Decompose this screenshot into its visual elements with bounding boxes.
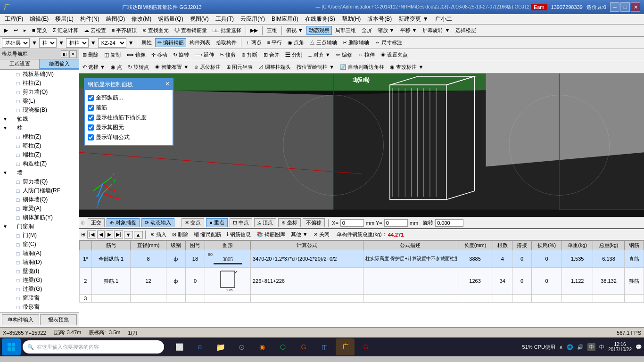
coord-coords-btn[interactable]: ⊕ 坐标 (278, 218, 301, 227)
coord-y-input[interactable] (384, 219, 408, 227)
tree-node-18[interactable]: □门(M) (0, 231, 79, 240)
nav-next-btn[interactable]: ▶ (106, 230, 113, 239)
coord-orthogonal-btn[interactable]: 正交 (88, 218, 105, 227)
table-cell-0-11[interactable]: 0 (532, 250, 562, 268)
tb1-btn-tb-more[interactable]: ▶▶ (248, 26, 260, 34)
steel-option-stirrup[interactable]: 箍筋 (88, 103, 170, 113)
table-cell-0-10[interactable]: 0 (512, 250, 531, 268)
table-cell-1-3[interactable]: ф (166, 268, 185, 295)
insert-row-btn[interactable]: ⊕ 插入 (148, 230, 169, 239)
tb4-drawbypos-btn[interactable]: 按位置绘制柱 ▼ (294, 63, 337, 72)
steel-option-all[interactable]: 全部纵筋... (88, 93, 170, 103)
table-cell-1-0[interactable]: 2 (80, 268, 92, 295)
tree-toggle-7[interactable] (8, 134, 14, 140)
steel-option-insert[interactable]: 显示柱插筋下插长度 (88, 113, 170, 123)
table-cell-2-12[interactable] (561, 295, 593, 303)
tb3-stretch-btn[interactable]: ↔ 拉伸 (355, 50, 377, 59)
table-cell-1-4[interactable]: 0 (185, 268, 205, 295)
steel-opt-formula-check[interactable] (88, 134, 94, 140)
tb1-btn-tb-viewrebar[interactable]: ◎ 查看钢筋量 (172, 26, 209, 35)
tb3-trim-btn[interactable]: ✂ 修剪 (217, 50, 238, 59)
tb3-delete-btn[interactable]: ⊠ 删除 (80, 50, 101, 59)
tb4-adjhead-btn[interactable]: ⊿ 调整柱端头 (256, 63, 293, 72)
menu-item-menu-draw[interactable]: 绘图(D) (103, 14, 128, 24)
tb1-btn-tb-align[interactable]: ≡ 平齐板顶 (109, 26, 139, 35)
tb2-dimension-btn[interactable]: ↔ 尺寸标注 (372, 38, 405, 47)
table-cell-0-5[interactable]: 803805 (205, 250, 251, 268)
tb2-property-btn[interactable]: 属性 (139, 38, 154, 47)
tb1-btn-tb-define[interactable]: ■ 定义 (30, 26, 50, 35)
tb1-btn-tb-pan[interactable]: 平移 ▼ (398, 26, 420, 35)
table-cell-2-14[interactable] (624, 295, 644, 303)
tree-node-3[interactable]: □梁(L) (0, 97, 79, 106)
tree-node-14[interactable]: □砌体墙(Q) (0, 195, 79, 204)
tree-node-2[interactable]: □剪力墙(Q) (0, 88, 79, 97)
menu-item-menu-project[interactable]: 工程(F) (2, 14, 26, 24)
tb4-origmark-btn[interactable]: ⊕ 原位标注 (192, 63, 223, 72)
tree-toggle-18[interactable] (8, 232, 14, 239)
tb1-btn-tb-new[interactable]: ▶ (2, 26, 10, 34)
tb4-editmark-btn[interactable]: ◉ 查改标注 ▼ (388, 63, 426, 72)
tree-toggle-1[interactable] (8, 80, 14, 87)
close-table-btn[interactable]: ✕ 关闭 (311, 230, 332, 239)
steel-opt-insert-check[interactable] (88, 115, 94, 121)
coord-snap-btn[interactable]: ⊕ 对象捕捉 (107, 218, 140, 227)
tree-toggle-25[interactable] (8, 295, 14, 302)
tb3-move-btn[interactable]: ✛ 移动 (149, 50, 170, 59)
table-cell-2-8[interactable] (457, 295, 493, 303)
tree-toggle-17[interactable]: ▼ (2, 223, 8, 230)
table-row[interactable]: 2箍筋.112ф0226226+811+226126334001.12238.1… (80, 268, 644, 295)
nav-last-btn[interactable]: ▶| (114, 230, 123, 239)
menu-item-menu-cloud[interactable]: 云应用(Y) (238, 14, 268, 24)
table-cell-1-9[interactable]: 34 (493, 268, 512, 295)
tree-toggle-16[interactable] (8, 214, 14, 221)
table-cell-1-10[interactable]: 0 (512, 268, 531, 295)
tree-node-12[interactable]: □剪力墙(Q) (0, 177, 79, 186)
table-cell-0-9[interactable]: 4 (493, 250, 512, 268)
table-cell-1-11[interactable]: 0 (532, 268, 562, 295)
tb3-rotate-btn[interactable]: ↻ 旋转 (171, 50, 191, 59)
tb1-btn-tb-redo[interactable]: ▸ (21, 26, 29, 34)
tree-toggle-6[interactable]: ▼ (2, 125, 8, 132)
tree-node-13[interactable]: □人防门框墙(RF (0, 186, 79, 195)
menu-item-menu-bim[interactable]: BIM应用(I) (269, 14, 301, 24)
level-select[interactable]: 基础层 (2, 38, 30, 48)
nav-up-btn[interactable]: ▲ (134, 231, 143, 239)
delete-row-btn[interactable]: ⊠ 删除 (170, 230, 190, 239)
coord-dynamic-btn[interactable]: ⟳ 动态输入 (141, 218, 174, 227)
table-cell-0-6[interactable]: 3470-20+1.2*37*d+(200-2*20)/2+0/2 (251, 250, 363, 268)
tb4-smart-btn[interactable]: ◈ 智能布置 ▼ (152, 63, 191, 72)
tree-toggle-8[interactable] (8, 143, 14, 149)
tree-toggle-2[interactable] (8, 89, 14, 96)
tree-node-10[interactable]: □构造柱(Z) (0, 159, 79, 168)
table-cell-1-6[interactable]: 226+811+226 (251, 268, 363, 295)
steel-option-showelement[interactable]: 显示其图元 (88, 123, 170, 132)
tree-node-19[interactable]: □窗(C) (0, 240, 79, 249)
menu-item-menu-help[interactable]: 帮助(H) (339, 14, 364, 24)
taskbar-ie[interactable]: e (190, 338, 209, 355)
table-cell-0-14[interactable]: 直筋 (624, 250, 644, 268)
tree-node-24[interactable]: □过梁(G) (0, 285, 79, 294)
tree-node-6[interactable]: ▼柱 (0, 123, 79, 132)
maximize-button[interactable]: □ (620, 2, 630, 12)
table-cell-2-3[interactable] (166, 295, 185, 303)
tree-toggle-26[interactable] (8, 304, 14, 311)
tree-toggle-24[interactable] (8, 286, 14, 293)
tb1-btn-tb-dynobs[interactable]: 动态观察 (306, 26, 332, 35)
table-cell-2-7[interactable] (363, 295, 457, 303)
tree-toggle-12[interactable] (8, 179, 14, 185)
tree-node-5[interactable]: ▼轴线 (0, 115, 79, 123)
table-cell-1-13[interactable]: 38.132 (593, 268, 624, 295)
steel-panel-close-btn[interactable]: ✕ (165, 81, 170, 89)
clock[interactable]: 12:16 2017/10/22 (608, 342, 632, 352)
tree-toggle-23[interactable] (8, 277, 14, 284)
tb1-btn-tb-fullscreen[interactable]: 全屏 (359, 26, 374, 35)
tree-toggle-3[interactable] (8, 98, 14, 105)
table-cell-1-7[interactable] (363, 268, 457, 295)
component-id-select[interactable]: KZ-24 (98, 38, 126, 48)
taskbar-chevron[interactable]: ∧ (559, 344, 563, 350)
tb3-split-btn[interactable]: ☰ 分割 (283, 50, 305, 59)
tb2-complist-btn[interactable]: 构件列表 (187, 38, 213, 47)
steel-opt-allrebar-check[interactable] (88, 95, 94, 101)
table-cell-2-10[interactable] (512, 295, 531, 303)
